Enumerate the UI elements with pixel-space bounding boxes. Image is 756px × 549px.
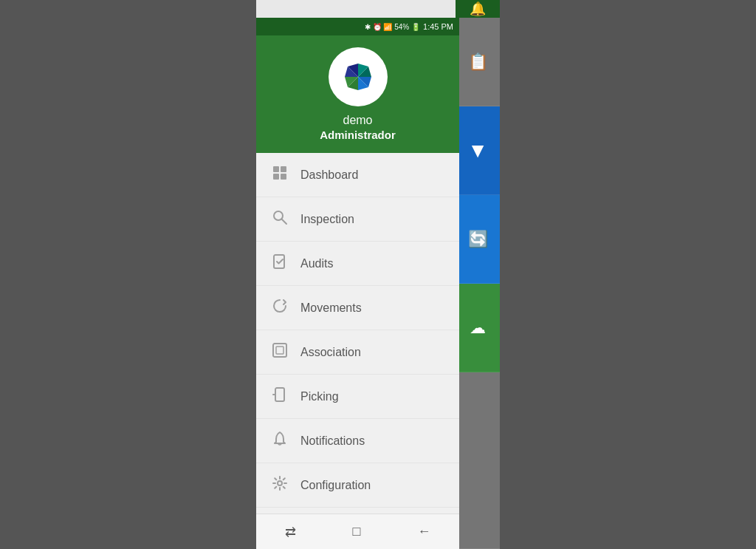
status-bar: ✱ ⏰ 📶 54% 🔋 1:45 PM xyxy=(256,18,459,35)
menu-items-list: Dashboard Inspection A xyxy=(256,153,459,549)
svg-rect-2 xyxy=(273,174,279,180)
side-panel-header: 🔔 xyxy=(456,0,500,18)
gear-icon xyxy=(271,475,289,495)
app-logo xyxy=(337,56,379,98)
arrow-down-icon: ▼ xyxy=(467,139,488,163)
menu-item-association[interactable]: Association xyxy=(256,330,459,375)
home-button[interactable]: □ xyxy=(347,518,367,545)
dashboard-label: Dashboard xyxy=(300,168,358,182)
configuration-label: Configuration xyxy=(300,479,371,492)
side-tile-bottom xyxy=(456,372,500,549)
svg-rect-6 xyxy=(274,255,284,268)
svg-rect-0 xyxy=(273,166,279,172)
back-button[interactable]: ← xyxy=(411,518,436,545)
association-icon xyxy=(271,342,289,362)
notifications-label: Notifications xyxy=(300,434,365,448)
menu-item-dashboard[interactable]: Dashboard xyxy=(256,153,459,197)
main-menu: ✱ ⏰ 📶 54% 🔋 1:45 PM xyxy=(256,18,459,549)
bell-header-icon: 🔔 xyxy=(470,1,486,17)
sync-icon: 🔄 xyxy=(468,230,488,249)
menu-item-movements[interactable]: Movements xyxy=(256,286,459,330)
picking-icon xyxy=(271,386,289,406)
recent-apps-button[interactable]: ⇄ xyxy=(279,518,302,546)
menu-item-notifications[interactable]: Notifications xyxy=(256,419,459,463)
username: demo xyxy=(343,114,372,127)
status-time: 1:45 PM xyxy=(423,22,453,31)
dashboard-icon xyxy=(271,165,289,185)
menu-item-audits[interactable]: Audits xyxy=(256,242,459,286)
status-icons: ✱ ⏰ 📶 54% 🔋 xyxy=(365,23,420,31)
menu-item-configuration[interactable]: Configuration xyxy=(256,463,459,508)
movements-label: Movements xyxy=(300,301,362,315)
audits-icon xyxy=(271,253,289,273)
association-label: Association xyxy=(300,346,361,359)
audits-label: Audits xyxy=(300,257,333,270)
svg-rect-3 xyxy=(281,174,286,180)
svg-line-5 xyxy=(282,219,286,224)
svg-point-4 xyxy=(274,211,283,220)
menu-item-inspection[interactable]: Inspection xyxy=(256,197,459,242)
bottom-navigation: ⇄ □ ← xyxy=(256,514,459,549)
menu-item-picking[interactable]: Picking xyxy=(256,375,459,419)
svg-rect-7 xyxy=(273,344,286,357)
svg-rect-9 xyxy=(275,388,284,401)
inspection-label: Inspection xyxy=(300,213,354,226)
movements-icon xyxy=(271,298,289,318)
side-tile-cloud: ☁ xyxy=(456,284,500,372)
side-tile-clipboard: 📋 xyxy=(456,18,500,106)
user-role: Administrador xyxy=(320,129,396,141)
svg-rect-1 xyxy=(281,166,286,172)
cloud-icon: ☁ xyxy=(470,318,486,338)
phone-frame: 🔔 📋 ▼ 🔄 ☁ ✱ ⏰ 📶 54% 🔋 1:45 PM xyxy=(256,0,500,549)
clipboard-icon: 📋 xyxy=(468,52,488,72)
side-tile-arrow: ▼ xyxy=(456,106,500,195)
side-panel: 🔔 📋 ▼ 🔄 ☁ xyxy=(456,0,500,549)
bell-icon xyxy=(271,431,289,451)
side-tile-sync: 🔄 xyxy=(456,195,500,284)
menu-header: demo Administrador xyxy=(256,35,459,153)
svg-rect-8 xyxy=(276,347,284,354)
search-icon xyxy=(271,209,289,229)
picking-label: Picking xyxy=(300,390,339,403)
svg-point-11 xyxy=(278,481,282,485)
logo-circle xyxy=(329,47,388,106)
